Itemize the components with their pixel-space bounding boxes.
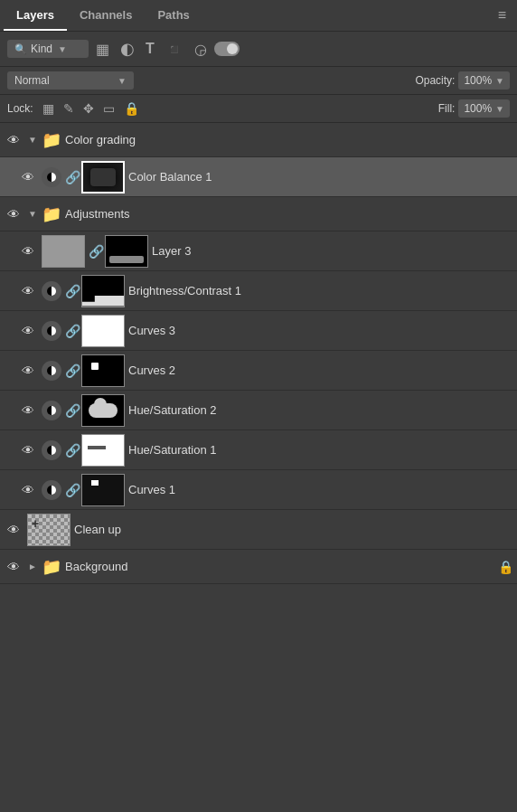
lock-bar: Lock: ▦ ✎ ✥ ▭ 🔒 Fill: 100% ▼ bbox=[0, 95, 517, 123]
cloud-shape bbox=[89, 403, 118, 418]
opacity-label: Opacity: bbox=[415, 74, 455, 87]
lock-label: Lock: bbox=[7, 102, 33, 115]
folder-icon: 📁 bbox=[42, 557, 61, 577]
layer-curves-1[interactable]: 👁 🔗 Curves 1 bbox=[0, 470, 517, 510]
layer-name: Curves 2 bbox=[128, 364, 513, 377]
lock-artboard-icon[interactable]: ▭ bbox=[101, 100, 117, 117]
expand-icon[interactable]: ▼ bbox=[27, 135, 38, 145]
chain-icon: 🔗 bbox=[65, 324, 78, 338]
layer-curves-2[interactable]: 👁 🔗 Curves 2 bbox=[0, 351, 517, 391]
lock-image-icon[interactable]: ✎ bbox=[61, 100, 76, 117]
eye-icon[interactable]: 👁 bbox=[18, 403, 38, 418]
opacity-value: 100% bbox=[464, 74, 492, 87]
fill-chevron-icon: ▼ bbox=[495, 104, 504, 114]
layer-thumbnail-right bbox=[105, 235, 148, 268]
expand-icon[interactable]: ► bbox=[27, 562, 38, 571]
layer-name: Curves 3 bbox=[128, 324, 513, 337]
eye-icon[interactable]: 👁 bbox=[4, 523, 24, 537]
layer-name: Hue/Saturation 1 bbox=[128, 443, 513, 457]
layer-thumbnail bbox=[81, 394, 125, 427]
fill-value: 100% bbox=[464, 102, 492, 115]
eye-icon[interactable]: 👁 bbox=[4, 560, 24, 574]
chain-icon: 🔗 bbox=[65, 403, 78, 418]
folder-icon: 📁 bbox=[42, 130, 61, 150]
adjustment-icon bbox=[42, 281, 61, 301]
filter-toggle[interactable] bbox=[214, 42, 240, 56]
layer-name: Hue/Saturation 2 bbox=[128, 403, 513, 417]
text-filter-icon[interactable]: T bbox=[144, 39, 156, 59]
eye-icon[interactable]: 👁 bbox=[18, 483, 38, 497]
adjustment-icon bbox=[42, 361, 61, 381]
layer-thumbnail bbox=[81, 315, 125, 347]
eye-icon[interactable]: 👁 bbox=[18, 170, 38, 184]
eye-icon[interactable]: 👁 bbox=[18, 284, 38, 298]
filter-kind-select[interactable]: 🔍 Kind ▼ bbox=[7, 40, 89, 58]
layer-thumbnail-left bbox=[42, 235, 85, 268]
lock-position-icon[interactable]: ✥ bbox=[81, 100, 96, 117]
filter-bar: 🔍 Kind ▼ ▦ ◐ T ◾ ◶ bbox=[0, 32, 517, 67]
blend-mode-select[interactable]: Normal ▼ bbox=[7, 71, 134, 90]
eye-icon[interactable]: 👁 bbox=[4, 207, 24, 222]
group-adjustments[interactable]: 👁 ▼ 📁 Adjustments bbox=[0, 197, 517, 231]
filter-type-icons: ▦ ◐ T ◾ ◶ bbox=[94, 37, 209, 61]
eye-icon[interactable]: 👁 bbox=[18, 364, 38, 378]
lock-transparent-icon[interactable]: ▦ bbox=[41, 100, 56, 117]
layer-cleanup[interactable]: 👁 Clean up bbox=[0, 510, 517, 550]
lock-icon: 🔒 bbox=[498, 560, 513, 574]
search-icon: 🔍 bbox=[14, 43, 27, 55]
adjustment-icon bbox=[42, 167, 61, 187]
blend-mode-label: Normal bbox=[14, 74, 114, 87]
layer-name: Color Balance 1 bbox=[128, 170, 513, 184]
layer-layer3[interactable]: 👁 🔗 Layer 3 bbox=[0, 231, 517, 271]
pixel-filter-icon[interactable]: ▦ bbox=[94, 39, 111, 60]
smartobject-filter-icon[interactable]: ◶ bbox=[193, 39, 209, 60]
group-name: Background bbox=[65, 560, 494, 573]
eye-icon[interactable]: 👁 bbox=[18, 324, 38, 338]
adjustment-icon bbox=[42, 480, 61, 500]
filter-kind-label: Kind bbox=[31, 42, 52, 55]
chain-icon: 🔗 bbox=[65, 364, 78, 378]
fill-input[interactable]: 100% ▼ bbox=[458, 99, 510, 118]
eye-icon[interactable]: 👁 bbox=[4, 133, 24, 147]
tab-paths[interactable]: Paths bbox=[145, 1, 202, 31]
layer-hue-saturation-1[interactable]: 👁 🔗 Hue/Saturation 1 bbox=[0, 430, 517, 470]
layer-curves-3[interactable]: 👁 🔗 Curves 3 bbox=[0, 311, 517, 351]
layer-hue-saturation-2[interactable]: 👁 🔗 Hue/Saturation 2 bbox=[0, 391, 517, 430]
layer-thumbnail bbox=[81, 354, 125, 387]
blend-bar: Normal ▼ Opacity: 100% ▼ bbox=[0, 67, 517, 95]
layer-color-balance-1[interactable]: 👁 🔗 Color Balance 1 bbox=[0, 157, 517, 197]
shape-filter-icon[interactable]: ◾ bbox=[164, 39, 185, 60]
layer-thumbnail bbox=[81, 434, 125, 467]
layer-name: Layer 3 bbox=[152, 244, 513, 258]
adjustment-icon bbox=[42, 401, 61, 420]
chain-icon: 🔗 bbox=[65, 170, 78, 184]
eye-icon[interactable]: 👁 bbox=[18, 244, 38, 259]
chevron-down-icon: ▼ bbox=[58, 44, 67, 54]
layer-thumbnail bbox=[81, 275, 125, 307]
panel-menu-icon[interactable]: ≡ bbox=[491, 0, 513, 31]
opacity-input[interactable]: 100% ▼ bbox=[458, 71, 510, 90]
group-color-grading[interactable]: 👁 ▼ 📁 Color grading bbox=[0, 123, 517, 157]
folder-icon: 📁 bbox=[42, 204, 61, 224]
layer-brightness-contrast-1[interactable]: 👁 🔗 Brightness/Contrast 1 bbox=[0, 271, 517, 311]
group-background[interactable]: 👁 ► 📁 Background 🔒 bbox=[0, 550, 517, 584]
adjustment-filter-icon[interactable]: ◐ bbox=[118, 37, 136, 61]
expand-icon[interactable]: ▼ bbox=[27, 209, 38, 219]
blend-chevron-icon: ▼ bbox=[118, 76, 127, 86]
tab-channels[interactable]: Channels bbox=[67, 1, 146, 31]
chain-icon: 🔗 bbox=[65, 483, 78, 497]
eye-icon[interactable]: 👁 bbox=[18, 443, 38, 458]
layer-thumbnail bbox=[81, 161, 125, 194]
adjustment-icon bbox=[42, 321, 61, 341]
chain-icon: 🔗 bbox=[65, 284, 78, 298]
group-name: Color grading bbox=[65, 133, 513, 146]
fill-group: Fill: 100% ▼ bbox=[438, 99, 510, 118]
layer-name: Clean up bbox=[74, 523, 513, 536]
tab-layers[interactable]: Layers bbox=[4, 1, 67, 31]
adjustment-icon bbox=[42, 440, 61, 460]
lock-all-icon[interactable]: 🔒 bbox=[122, 100, 141, 117]
layers-list: 👁 ▼ 📁 Color grading 👁 🔗 Color Balance 1 … bbox=[0, 123, 517, 584]
opacity-chevron-icon: ▼ bbox=[495, 76, 504, 86]
group-name: Adjustments bbox=[65, 207, 513, 221]
layer-thumbnail bbox=[81, 474, 125, 506]
